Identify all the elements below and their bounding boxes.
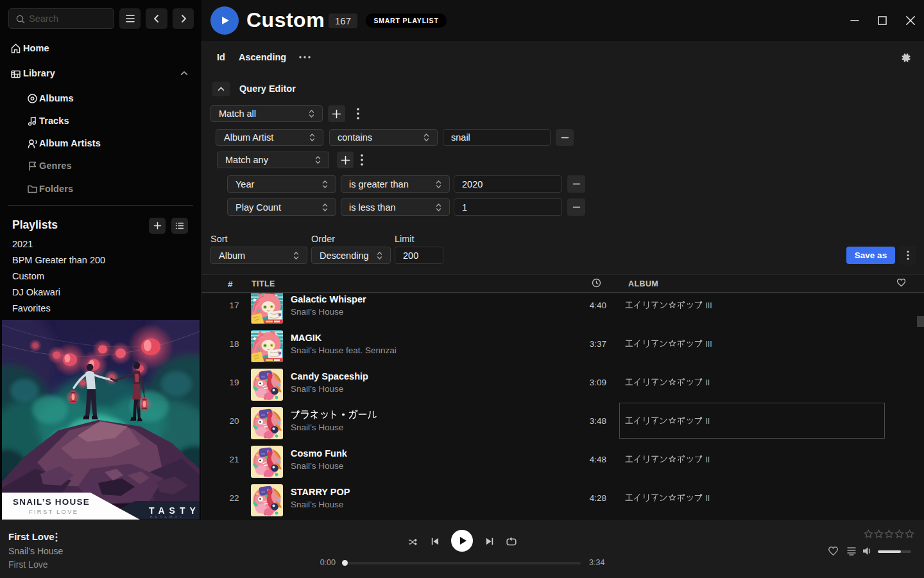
svg-text:III: III	[706, 339, 712, 348]
svg-text:FIRST LOVE: FIRST LOVE	[29, 508, 78, 515]
svg-text:II: II	[706, 455, 710, 464]
svg-text:TASTY: TASTY	[149, 505, 200, 516]
svg-text:BETAMXI: BETAMXI	[150, 515, 184, 519]
svg-text:II: II	[706, 493, 710, 502]
svg-text:II: II	[706, 378, 710, 387]
svg-text:III: III	[706, 301, 712, 310]
svg-text:SNAIL’S HOUSE: SNAIL’S HOUSE	[13, 497, 90, 507]
